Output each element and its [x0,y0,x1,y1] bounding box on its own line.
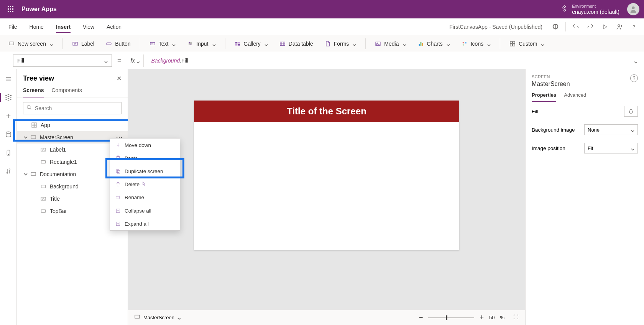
screen-icon [30,171,37,178]
user-avatar[interactable] [627,3,639,15]
cm-rename[interactable]: Rename [110,191,180,204]
menu-file[interactable]: File [3,18,23,35]
cm-label: Rename [125,195,144,200]
cm-delete[interactable]: Delete [110,178,180,191]
chevron-down-icon [177,316,181,319]
chevron-down-icon[interactable] [23,135,28,139]
tree-search[interactable] [23,102,122,114]
menu-view[interactable]: View [77,18,100,35]
screen-icon [30,134,37,141]
svg-point-11 [618,25,620,26]
formula-member: .Fill [180,58,188,64]
zoom-out-button[interactable]: − [419,313,423,322]
fit-to-window-icon[interactable] [513,314,519,321]
svg-rect-21 [235,44,237,45]
undo-icon[interactable] [569,20,583,34]
cm-expand-all[interactable]: Expand all [110,217,180,230]
menu-action[interactable]: Action [101,18,127,35]
new-screen-label: New screen [18,41,46,47]
tab-properties[interactable]: Properties [532,92,556,102]
new-screen-button[interactable]: New screen [5,37,57,51]
imgpos-select[interactable]: Fit [584,143,638,153]
properties-type: SCREEN [532,74,570,79]
tab-screens[interactable]: Screens [23,87,44,97]
zoom-in-button[interactable]: + [480,313,484,322]
property-selector[interactable]: Fill [13,54,112,67]
design-canvas[interactable]: Title of the Screen [194,101,459,250]
svg-rect-55 [117,170,119,173]
chevron-down-icon[interactable] [23,172,28,176]
svg-rect-42 [34,123,36,125]
zoom-slider[interactable] [428,317,474,318]
cm-duplicate-screen[interactable]: Duplicate screen [110,165,180,178]
cm-label: Paste [125,155,138,161]
gallery-button[interactable]: Gallery [231,37,272,51]
svg-point-9 [632,7,634,9]
play-icon[interactable] [598,20,612,34]
chevron-down-icon [136,59,140,62]
app-checker-icon[interactable] [549,20,562,34]
chevron-down-icon [403,42,406,45]
svg-rect-34 [513,44,515,46]
rail-media-icon[interactable] [2,146,15,160]
rail-hamburger-icon[interactable] [2,72,15,86]
rail-treeview-icon[interactable] [2,91,15,104]
bgimage-value: None [588,127,600,133]
tab-advanced[interactable]: Advanced [564,92,586,102]
svg-rect-8 [12,11,13,12]
cm-collapse-all[interactable]: Collapse all [110,204,180,217]
share-icon[interactable] [613,20,626,34]
input-button[interactable]: Input [183,37,219,51]
footer-screen-selector[interactable]: MasterScreen [134,314,181,321]
chevron-down-icon [104,59,108,62]
product-name: Power Apps [21,6,57,13]
app-status: FirstCanvasApp - Saved (Unpublished) [449,24,542,30]
label-button[interactable]: Label [68,37,98,51]
label-icon [40,146,47,153]
fill-color-picker[interactable] [624,106,638,117]
label-icon [40,195,47,202]
rail-insert-icon[interactable] [2,109,15,123]
screen-icon [134,314,140,321]
svg-rect-13 [9,42,14,45]
app-launcher-icon[interactable] [5,3,17,15]
rail-data-icon[interactable] [2,127,15,141]
tab-components[interactable]: Components [51,87,82,97]
prop-fill-label: Fill [532,109,538,114]
svg-rect-22 [238,44,240,45]
svg-rect-57 [116,196,119,198]
tree-item-label: Background [50,183,79,190]
data-table-button[interactable]: Data table [276,37,317,51]
cm-paste[interactable]: Paste [110,152,180,165]
svg-rect-47 [41,161,46,163]
tree-item-label: Title [50,196,60,202]
bgimage-select[interactable]: None [584,124,638,135]
tree-search-input[interactable] [35,105,118,111]
help-icon[interactable] [627,20,641,34]
canvas-title-bar[interactable]: Title of the Screen [194,101,459,122]
formula-expand-button[interactable] [630,59,641,62]
formula-input[interactable]: Background.Fill [148,54,626,67]
charts-button[interactable]: Charts [414,37,454,51]
redo-icon[interactable] [583,20,597,34]
properties-help-icon[interactable]: ? [630,74,638,82]
menu-home[interactable]: Home [24,18,49,35]
search-icon [26,105,32,112]
cm-move-down[interactable]: Move down [110,139,180,152]
forms-button[interactable]: Forms [321,37,360,51]
svg-point-39 [9,169,10,170]
formula-variable: Background [151,58,180,64]
environment-picker[interactable]: Environment enayu.com (default) [561,3,619,15]
button-button[interactable]: Button [102,37,134,51]
tree-item-app[interactable]: App [17,119,128,131]
close-icon[interactable]: ✕ [117,75,122,82]
fx-button[interactable]: fx [127,54,144,67]
cm-label: Duplicate screen [125,168,163,174]
icons-button[interactable]: Icons [458,37,495,51]
chevron-down-icon [447,42,450,45]
custom-button[interactable]: Custom [506,37,548,51]
menu-insert[interactable]: Insert [51,18,76,35]
media-button[interactable]: Media [371,37,410,51]
rail-tools-icon[interactable] [2,164,15,178]
text-button[interactable]: Text [146,37,180,51]
